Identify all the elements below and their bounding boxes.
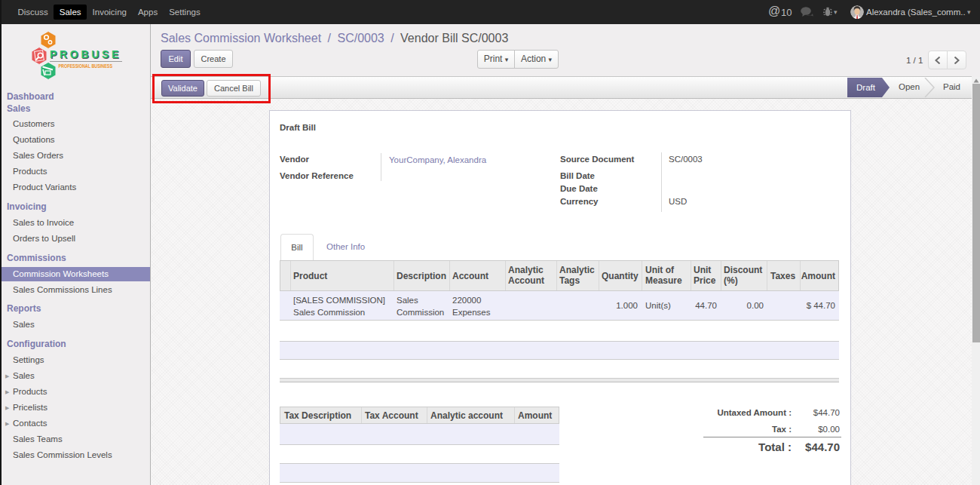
svg-text:PROFESSIONAL BUSINESS: PROFESSIONAL BUSINESS xyxy=(59,63,113,69)
svg-text:PROBUSE: PROBUSE xyxy=(50,48,121,60)
